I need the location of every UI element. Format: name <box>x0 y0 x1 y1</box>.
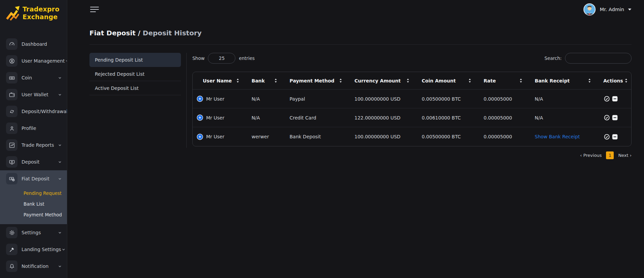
entries-control: Show 25 entries <box>192 53 255 64</box>
column-header-user-name[interactable]: User Name <box>193 78 252 83</box>
sort-icon <box>406 78 410 83</box>
sidebar-item-label: Fiat Deposit <box>22 176 49 181</box>
user-name-cell: Mr User <box>193 114 252 121</box>
chevron-down-icon <box>65 59 67 63</box>
sidebar-item-settings[interactable]: Settings <box>0 224 67 241</box>
sort-icon <box>273 78 278 83</box>
sidebar-menu: Dashboard User Management Coin <box>0 36 67 275</box>
sort-icon <box>624 78 629 83</box>
coin-amount-cell: 0.00610000 BTC <box>422 115 484 120</box>
previous-page-button[interactable]: ‹ Previous <box>580 153 602 158</box>
sidebar-item-user-wallet[interactable]: User Wallet <box>0 86 67 103</box>
sidebar-item-label: Notification <box>22 264 48 269</box>
sidebar-item-label: Profile <box>22 126 36 131</box>
approve-deposit-icon[interactable] <box>604 96 610 102</box>
sort-icon <box>519 78 523 83</box>
column-header-actions[interactable]: Actions <box>603 78 631 83</box>
brand-logo[interactable]: Tradexpro Exchange <box>0 0 67 22</box>
approve-deposit-icon[interactable] <box>604 115 610 120</box>
page-head: Fiat Deposit / Deposit History <box>89 29 632 45</box>
user-name-cell: Mr User <box>193 96 252 102</box>
wallet-icon <box>6 89 17 100</box>
approve-deposit-icon[interactable] <box>604 134 610 140</box>
coin-amount-cell: 0.00500000 BTC <box>422 96 484 102</box>
entries-select[interactable]: 25 <box>208 53 235 64</box>
breadcrumb-page: Deposit History <box>143 29 201 37</box>
sidebar-item-landing-settings[interactable]: Landing Settings <box>0 241 67 258</box>
hamburger-menu-icon[interactable] <box>89 5 100 13</box>
search-label: Search: <box>544 56 562 61</box>
entries-label: entries <box>239 56 255 61</box>
sidebar-subitem-bank-list[interactable]: Bank List <box>24 199 67 209</box>
sidebar-item-notification[interactable]: Notification <box>0 258 67 275</box>
sidebar-item-profile[interactable]: Profile <box>0 120 67 137</box>
bank-cell: werwer <box>252 134 290 139</box>
sidebar-item-coin[interactable]: Coin <box>0 69 67 86</box>
column-header-coin-amount[interactable]: Coin Amount <box>422 78 484 83</box>
rate-cell: 0.00005000 <box>484 96 535 102</box>
table-row: Mr User werwer Bank Deposit 100.00000000… <box>193 127 631 146</box>
breadcrumb-section: Fiat Deposit / <box>89 29 140 37</box>
sidebar-item-label: Trade Reports <box>22 142 54 148</box>
column-header-payment-method[interactable]: Payment Method <box>290 78 354 83</box>
table-header-row: User Name Bank Payment Method Curre <box>193 72 631 90</box>
sidebar: Tradexpro Exchange Dashboard User Manage… <box>0 0 67 278</box>
reject-deposit-icon[interactable] <box>612 96 618 102</box>
sidebar-item-deposit[interactable]: Deposit <box>0 153 67 170</box>
chevron-down-icon <box>58 75 62 80</box>
tab-pending-deposit-list[interactable]: Pending Deposit List <box>89 53 181 67</box>
sidebar-group-fiat-deposit: Fiat Deposit Pending Request Bank List P… <box>0 170 67 224</box>
topbar: Mr. Admin <box>89 0 632 19</box>
expand-row-icon[interactable] <box>197 114 203 121</box>
sidebar-item-label: Dashboard <box>22 41 47 47</box>
chevron-down-icon <box>58 176 62 181</box>
sidebar-item-fiat-deposit[interactable]: Fiat Deposit <box>0 170 67 187</box>
sidebar-subitem-payment-method[interactable]: Payment Method <box>24 209 67 220</box>
fiat-deposit-submenu: Pending Request Bank List Payment Method <box>0 187 67 224</box>
deposit-list-tabs: Pending Deposit List Rejected Deposit Li… <box>89 53 181 159</box>
next-page-button[interactable]: Next › <box>618 153 632 158</box>
payment-method-cell: Bank Deposit <box>290 134 354 139</box>
current-page-button[interactable]: 1 <box>606 151 614 159</box>
sidebar-item-deposit-withdrawal[interactable]: Deposit/Withdrawal <box>0 103 67 120</box>
column-header-bank[interactable]: Bank <box>252 78 290 83</box>
table-row: Mr User N/A Credit Card 122.00000000 USD… <box>193 108 631 127</box>
sidebar-item-label: Coin <box>22 75 32 80</box>
coin-banknote-icon <box>6 72 17 83</box>
currency-amount-cell: 122.00000000 USD <box>354 115 422 120</box>
actions-cell <box>603 115 631 120</box>
tab-active-deposit-list[interactable]: Active Deposit List <box>89 81 181 95</box>
reject-deposit-icon[interactable] <box>612 115 618 120</box>
sidebar-item-label: Deposit <box>22 159 40 165</box>
sidebar-item-user-management[interactable]: User Management <box>0 53 67 69</box>
column-header-bank-receipt[interactable]: Bank Receipt <box>535 78 603 83</box>
column-header-rate[interactable]: Rate <box>484 78 535 83</box>
main-area: Mr. Admin Fiat Deposit / Deposit History… <box>67 0 644 278</box>
sidebar-subitem-pending-request[interactable]: Pending Request <box>24 188 67 199</box>
column-header-currency-amount[interactable]: Currency Amount <box>354 78 422 83</box>
bell-icon <box>6 260 17 272</box>
expand-row-icon[interactable] <box>197 96 203 102</box>
currency-amount-cell: 100.00000000 USD <box>354 96 422 102</box>
sidebar-item-label: User Management <box>22 58 65 64</box>
bank-receipt-cell: N/A <box>535 96 603 102</box>
sidebar-item-trade-reports[interactable]: Trade Reports <box>0 137 67 153</box>
payment-method-cell: Credit Card <box>290 115 354 120</box>
reject-deposit-icon[interactable] <box>612 134 618 140</box>
sort-icon <box>467 78 472 83</box>
chevron-down-icon <box>58 160 62 164</box>
expand-row-icon[interactable] <box>197 134 203 140</box>
chevron-down-icon <box>58 230 62 235</box>
show-bank-receipt-link[interactable]: Show Bank Receipt <box>535 134 603 139</box>
sidebar-item-label: Settings <box>22 230 41 235</box>
user-menu[interactable]: Mr. Admin <box>583 3 632 16</box>
currency-amount-cell: 100.00000000 USD <box>354 134 422 139</box>
pagination: ‹ Previous 1 Next › <box>192 151 632 159</box>
sort-icon <box>235 78 240 83</box>
search-input[interactable] <box>565 53 632 64</box>
tab-rejected-deposit-list[interactable]: Rejected Deposit List <box>89 67 181 81</box>
gear-icon <box>6 227 17 238</box>
person-icon <box>6 123 17 134</box>
sidebar-item-dashboard[interactable]: Dashboard <box>0 36 67 53</box>
user-name: Mr. Admin <box>600 7 624 12</box>
